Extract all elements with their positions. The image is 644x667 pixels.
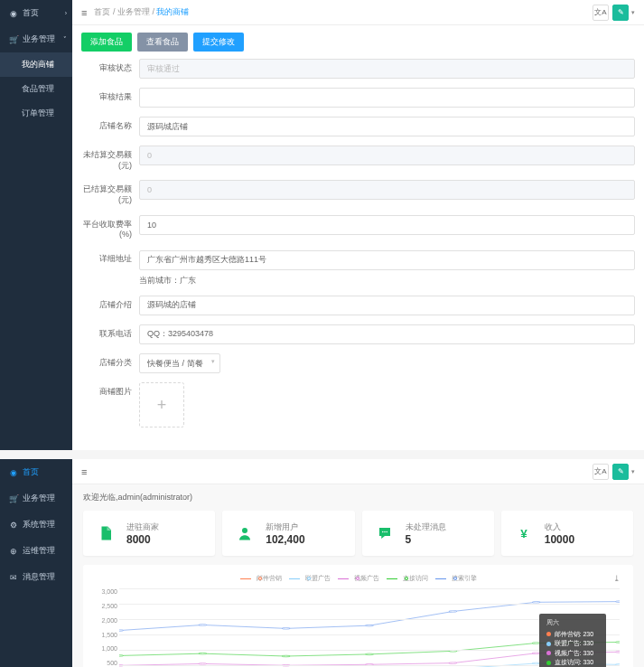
shopname-input[interactable]: [139, 117, 635, 136]
settled-input: [139, 180, 635, 200]
svg-point-27: [199, 653, 207, 654]
svg-point-3: [386, 531, 387, 533]
svg-point-23: [449, 662, 457, 664]
address-input[interactable]: [139, 250, 635, 270]
label-image: 商铺图片: [81, 382, 139, 398]
add-food-button[interactable]: 添加食品: [81, 33, 132, 52]
svg-point-35: [282, 628, 290, 630]
cart-icon: 🛒: [9, 35, 18, 44]
lang-button[interactable]: 文A: [593, 5, 609, 21]
label-settled: 已结算交易额(元): [81, 180, 139, 205]
intro-input[interactable]: [139, 296, 635, 315]
svg-point-20: [199, 663, 207, 665]
stat-card: 新增用户102,400: [222, 511, 354, 556]
user-avatar[interactable]: ✎: [612, 464, 629, 480]
msg-icon: ✉: [9, 573, 18, 582]
subnav-食品管理[interactable]: 食品管理: [0, 77, 72, 101]
svg-point-0: [242, 528, 247, 533]
category-select[interactable]: [139, 353, 220, 373]
label-result: 审核结果: [81, 88, 139, 103]
download-icon[interactable]: ⤓: [613, 574, 621, 583]
topbar: ≡ 文A ✎ ▾: [72, 459, 644, 484]
menu-toggle-icon[interactable]: ≡: [81, 7, 87, 18]
svg-point-2: [384, 531, 386, 533]
unsettled-input: [139, 146, 635, 165]
sidebar: ◉首页🛒业务管理⚙系统管理⊕运维管理✉消息管理: [0, 459, 72, 667]
view-food-button[interactable]: 查看食品: [137, 33, 188, 52]
chevron-down-icon[interactable]: ▾: [631, 468, 635, 475]
nav-首页[interactable]: ◉首页: [0, 459, 72, 485]
chevron-icon: ˅: [63, 36, 67, 43]
card-value: 5: [406, 533, 446, 546]
svg-point-26: [119, 655, 123, 657]
chevron-down-icon[interactable]: ▾: [631, 9, 635, 16]
svg-point-38: [532, 602, 540, 604]
label-status: 审核状态: [81, 59, 139, 74]
nav-系统管理[interactable]: ⚙系统管理: [0, 512, 72, 538]
card-value: 102,400: [266, 533, 304, 546]
card-value: 10000: [545, 533, 574, 546]
svg-point-32: [616, 642, 620, 644]
result-input[interactable]: [139, 88, 635, 108]
svg-point-36: [366, 625, 374, 626]
nav-业务管理[interactable]: 🛒业务管理˅: [0, 26, 72, 52]
chevron-down-icon: ▾: [211, 358, 215, 365]
label-shopname: 店铺名称: [81, 117, 139, 132]
stat-card: 未处理消息5: [362, 511, 494, 556]
svg-point-33: [119, 630, 123, 632]
nav-消息管理[interactable]: ✉消息管理: [0, 564, 72, 590]
stat-card: 进驻商家8000: [83, 511, 215, 556]
label-tel: 联系电话: [81, 324, 139, 340]
menu-toggle-icon[interactable]: ≡: [81, 466, 87, 477]
legend-item[interactable]: 视频广告: [338, 574, 379, 583]
nav-运维管理[interactable]: ⊕运维管理: [0, 538, 72, 564]
dash-icon: ◉: [9, 468, 18, 477]
chevron-icon: ›: [65, 10, 67, 16]
svg-point-29: [366, 653, 374, 655]
lang-button[interactable]: 文A: [593, 464, 609, 480]
card-value: 8000: [126, 533, 159, 546]
svg-text:¥: ¥: [520, 527, 527, 540]
subnav-订单管理[interactable]: 订单管理: [0, 101, 72, 126]
legend-item[interactable]: 直接访问: [387, 574, 428, 583]
chart-tooltip: 周六邮件营销: 230联盟广告: 330视频广告: 330直接访问: 330搜索…: [539, 614, 606, 667]
submit-button[interactable]: 提交修改: [193, 33, 244, 52]
shop-form: 审核状态 审核结果 店铺名称 未结算交易额(元) 已结算交易额(元) 平台收取费…: [72, 59, 644, 450]
card-title: 进驻商家: [126, 521, 159, 533]
card-title: 新增用户: [266, 521, 304, 533]
card-title: 未处理消息: [406, 521, 446, 533]
label-unsettled: 未结算交易额(元): [81, 146, 139, 171]
breadcrumb: 首页 / 业务管理 / 我的商铺: [94, 6, 189, 18]
legend-item[interactable]: 搜索引擎: [435, 574, 477, 583]
topbar: ≡ 首页 / 业务管理 / 我的商铺 文A ✎ ▾: [72, 0, 644, 25]
card-title: 收入: [545, 521, 574, 533]
svg-point-34: [199, 625, 207, 626]
label-rate: 平台收取费率(%): [81, 215, 139, 240]
image-upload[interactable]: +: [139, 382, 184, 427]
chart-panel: ⤓ 邮件营销 联盟广告 视频广告 直接访问 搜索引擎 3,0002,5002,0…: [83, 565, 633, 667]
svg-point-28: [282, 655, 290, 657]
label-address: 详细地址: [81, 249, 139, 265]
stat-card: ¥收入10000: [501, 511, 633, 556]
y-axis: 3,0002,5002,0001,5001,0005000: [92, 588, 117, 667]
legend-item[interactable]: 邮件营销: [240, 574, 282, 583]
svg-point-39: [616, 601, 620, 603]
subnav-我的商铺[interactable]: 我的商铺: [0, 52, 72, 77]
user-avatar[interactable]: ✎: [612, 5, 629, 21]
doc-icon: [92, 520, 119, 547]
rate-input[interactable]: [139, 215, 635, 235]
yen-icon: ¥: [510, 520, 537, 547]
nav-业务管理[interactable]: 🛒业务管理: [0, 485, 72, 512]
tel-input[interactable]: [139, 324, 635, 344]
address-note: 当前城市：广东: [139, 275, 635, 287]
svg-point-1: [382, 531, 384, 533]
status-input: [139, 59, 635, 79]
legend-item[interactable]: 联盟广告: [289, 574, 331, 583]
gear-icon: ⚙: [9, 521, 18, 530]
nav-首页[interactable]: ◉首页›: [0, 0, 72, 26]
cart-icon: 🛒: [9, 494, 18, 503]
chart-legend: 邮件营销 联盟广告 视频广告 直接访问 搜索引擎: [92, 574, 624, 583]
tool-icon: ⊕: [9, 547, 18, 556]
label-intro: 店铺介绍: [81, 296, 139, 311]
user-icon: [231, 520, 258, 547]
